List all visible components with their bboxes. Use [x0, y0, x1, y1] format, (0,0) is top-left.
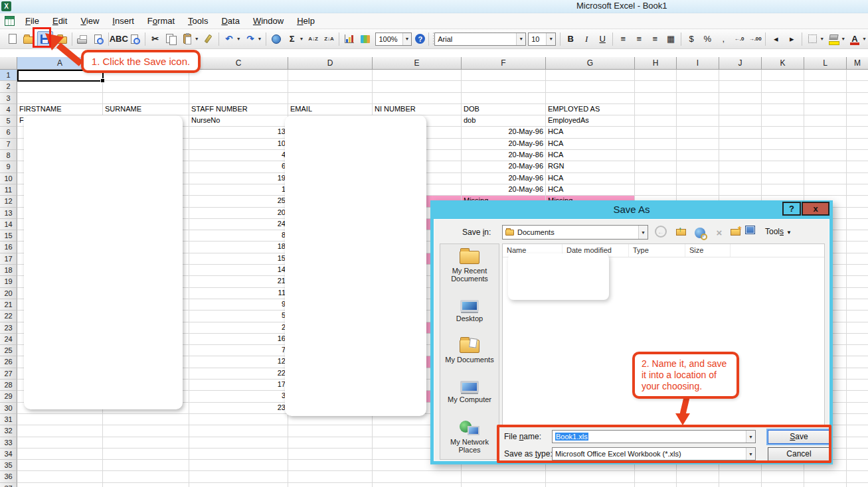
cell-L36[interactable] [804, 471, 847, 482]
cell-C37[interactable] [189, 483, 288, 487]
autosum-button[interactable]: Σ▼ [285, 32, 305, 46]
cell-G11[interactable]: HCA [546, 184, 635, 196]
cell-C4[interactable]: STAFF NUMBER [189, 104, 288, 115]
column-header-F[interactable]: F [462, 57, 546, 70]
cell-C19[interactable]: 21 [189, 276, 288, 287]
chevron-down-icon[interactable]: ▼ [195, 36, 199, 41]
menu-edit[interactable]: Edit [46, 15, 74, 27]
cell-L10[interactable] [804, 173, 847, 184]
menu-file[interactable]: File [19, 15, 46, 27]
chevron-down-icon[interactable]: ▼ [258, 36, 262, 41]
row-header-16[interactable]: 16 [0, 242, 17, 253]
cell-J6[interactable] [719, 127, 762, 138]
cell-H8[interactable] [635, 150, 677, 161]
cell-I10[interactable] [677, 173, 719, 184]
cell-I3[interactable] [677, 93, 719, 104]
cell-A34[interactable] [17, 449, 103, 460]
cell-M34[interactable] [847, 449, 868, 460]
cell-H2[interactable] [635, 81, 677, 92]
cell-G6[interactable]: HCA [546, 127, 635, 138]
menu-view[interactable]: View [74, 15, 106, 27]
row-header-24[interactable]: 24 [0, 334, 17, 345]
cell-M5[interactable] [847, 115, 868, 127]
cell-K37[interactable] [762, 483, 804, 487]
cell-M1[interactable] [847, 70, 868, 81]
row-header-35[interactable]: 35 [0, 460, 17, 471]
chevron-down-icon[interactable]: ▼ [546, 33, 555, 45]
cell-C8[interactable]: 4 [189, 150, 288, 161]
column-header-M[interactable]: M [847, 57, 868, 70]
cell-C33[interactable] [189, 437, 288, 449]
cell-M14[interactable] [847, 219, 868, 230]
list-column-size[interactable]: Size [685, 244, 731, 257]
cell-C20[interactable]: 11 [189, 288, 288, 299]
cell-F5[interactable]: dob [462, 115, 546, 127]
hyperlink-button[interactable] [269, 32, 284, 46]
cell-G7[interactable]: HCA [546, 139, 635, 150]
column-header-J[interactable]: J [719, 57, 762, 70]
cell-I8[interactable] [677, 150, 719, 161]
cell-F37[interactable] [462, 483, 546, 487]
row-header-3[interactable]: 3 [0, 93, 17, 104]
cell-C24[interactable]: 16 [189, 334, 288, 345]
format-painter-button[interactable] [201, 32, 216, 46]
row-header-31[interactable]: 31 [0, 414, 17, 425]
cell-K3[interactable] [762, 93, 804, 104]
cell-H4[interactable] [635, 104, 677, 115]
row-header-17[interactable]: 17 [0, 253, 17, 265]
cell-G37[interactable] [546, 483, 635, 487]
cell-E1[interactable] [373, 70, 462, 81]
new-document-button[interactable] [5, 32, 20, 46]
cell-C12[interactable]: 25 [189, 196, 288, 207]
cell-A2[interactable] [17, 81, 103, 92]
cell-I2[interactable] [677, 81, 719, 92]
cell-K5[interactable] [762, 115, 804, 127]
cell-I7[interactable] [677, 139, 719, 150]
row-header-4[interactable]: 4 [0, 104, 17, 115]
row-header-18[interactable]: 18 [0, 265, 17, 276]
cell-K36[interactable] [762, 471, 804, 482]
cell-M6[interactable] [847, 127, 868, 138]
cell-D34[interactable] [288, 449, 373, 460]
cell-F11[interactable]: 20-May-96 [462, 184, 546, 196]
chevron-down-icon[interactable]: ▼ [862, 36, 867, 41]
row-header-13[interactable]: 13 [0, 208, 17, 219]
row-header-1[interactable]: 1 [0, 70, 17, 81]
cell-M20[interactable] [847, 288, 868, 299]
cell-D36[interactable] [288, 471, 373, 482]
copy-button[interactable] [164, 32, 179, 46]
cell-K10[interactable] [762, 173, 804, 184]
cell-C14[interactable]: 24 [189, 219, 288, 230]
align-center-button[interactable]: ≡ [632, 32, 646, 46]
redo-button[interactable]: ↷▼ [243, 32, 263, 46]
cell-J37[interactable] [719, 483, 762, 487]
cell-A33[interactable] [17, 437, 103, 449]
increase-decimal-button[interactable]: ←.0 [732, 32, 746, 46]
cell-J2[interactable] [719, 81, 762, 92]
decrease-decimal-button[interactable]: →.00 [748, 32, 762, 46]
cell-M27[interactable] [847, 368, 868, 380]
cell-C27[interactable]: 22 [189, 368, 288, 380]
cell-A32[interactable] [17, 425, 103, 437]
cell-M7[interactable] [847, 139, 868, 150]
row-header-7[interactable]: 7 [0, 139, 17, 150]
cell-H7[interactable] [635, 139, 677, 150]
cell-E3[interactable] [373, 93, 462, 104]
cell-C3[interactable] [189, 93, 288, 104]
align-right-button[interactable]: ≡ [648, 32, 662, 46]
cell-C21[interactable]: 9 [189, 299, 288, 311]
cell-J9[interactable] [719, 161, 762, 173]
list-column-type[interactable]: Type [629, 244, 685, 257]
cell-E36[interactable] [373, 471, 462, 482]
cell-M28[interactable] [847, 380, 868, 391]
cell-F3[interactable] [462, 93, 546, 104]
fill-color-button[interactable]: ▼ [826, 32, 846, 46]
bold-button[interactable]: B [563, 32, 578, 46]
cell-K4[interactable] [762, 104, 804, 115]
percent-style-button[interactable]: % [700, 32, 715, 46]
cell-M2[interactable] [847, 81, 868, 92]
cell-B2[interactable] [103, 81, 189, 92]
row-header-27[interactable]: 27 [0, 368, 17, 380]
chevron-down-icon[interactable]: ▼ [236, 36, 241, 41]
cell-C1[interactable] [189, 70, 288, 81]
